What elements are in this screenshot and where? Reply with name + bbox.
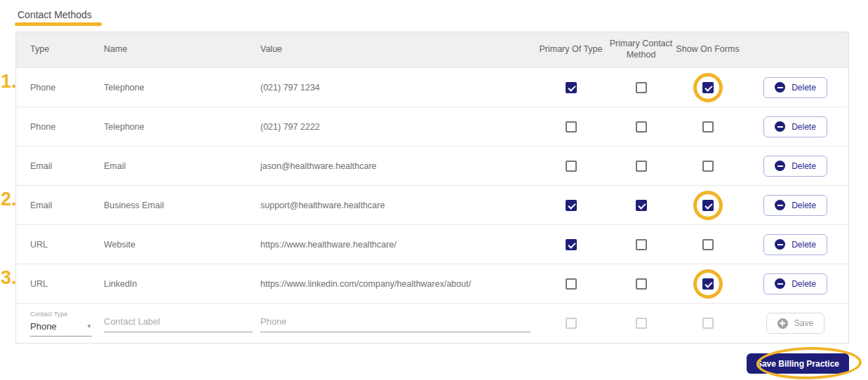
show-on-forms-checkbox[interactable] [702, 239, 714, 250]
new-show-on-forms-cell [674, 318, 741, 329]
show-on-forms-checkbox[interactable] [702, 82, 714, 93]
primary-of-type-checkbox[interactable] [566, 161, 577, 172]
save-cell: Save [741, 313, 850, 334]
contact-type-selected-value: Phone [30, 321, 57, 332]
value-cell: (021) 797 2222 [259, 122, 534, 132]
name-cell: Website [102, 240, 259, 250]
type-cell: Phone [16, 83, 102, 93]
delete-button[interactable]: Delete [763, 77, 827, 98]
annotation-row-number: 3. [1, 268, 17, 289]
table-row: 3. URL LinkedIn https://www.linkedin.com… [16, 264, 848, 303]
primary-contact-method-cell [608, 200, 674, 211]
save-button[interactable]: Save [766, 313, 824, 334]
column-header-type: Type [16, 44, 102, 55]
show-on-forms-cell [674, 200, 741, 211]
new-primary-contact-method-cell [608, 318, 674, 329]
primary-of-type-checkbox[interactable] [566, 318, 577, 329]
show-on-forms-cell [674, 278, 741, 290]
show-on-forms-checkbox[interactable] [702, 278, 714, 290]
delete-cell: Delete [741, 195, 850, 216]
contact-type-field: Contact Type Phone ▼ [16, 311, 102, 337]
name-cell: Business Email [102, 201, 259, 210]
primary-contact-method-checkbox[interactable] [636, 200, 647, 211]
primary-contact-method-checkbox[interactable] [636, 161, 647, 172]
primary-contact-method-cell [608, 278, 674, 290]
contact-type-label: Contact Type [30, 311, 102, 318]
type-cell: Email [16, 161, 102, 171]
primary-of-type-cell [534, 161, 608, 172]
show-on-forms-checkbox[interactable] [702, 161, 714, 172]
page-title: Contact Methods [18, 9, 92, 20]
primary-contact-method-checkbox[interactable] [636, 82, 647, 93]
minus-circle-icon [775, 161, 785, 171]
column-header-name: Name [102, 44, 259, 55]
name-cell: LinkedIn [102, 279, 259, 289]
column-header-primary-of-type: Primary Of Type [534, 44, 608, 55]
primary-of-type-cell [534, 278, 608, 290]
delete-button[interactable]: Delete [763, 195, 827, 216]
minus-circle-icon [775, 200, 785, 210]
value-cell: https://www.linkedin.com/company/healthw… [259, 279, 534, 289]
value-cell: jason@healthware.healthcare [259, 161, 534, 171]
minus-circle-icon [775, 82, 785, 93]
value-cell: (021) 797 1234 [259, 83, 534, 93]
delete-button[interactable]: Delete [763, 273, 827, 294]
name-cell: Telephone [102, 83, 259, 93]
show-on-forms-cell [674, 121, 741, 133]
annotation-row-number: 1. [1, 72, 17, 93]
contact-label-input[interactable] [104, 316, 253, 332]
table-row: Phone Telephone (021) 797 2222 Delete [16, 107, 848, 146]
contact-methods-page: Contact Methods Type Name Value Primary … [0, 0, 868, 380]
delete-button-label: Delete [792, 201, 816, 210]
contact-value-input[interactable] [260, 316, 530, 332]
save-billing-practice-button[interactable]: Save Billing Practice [747, 353, 849, 374]
delete-button[interactable]: Delete [763, 116, 827, 137]
primary-of-type-checkbox[interactable] [566, 121, 577, 133]
value-cell: support@healthware.healthcare [259, 201, 534, 210]
contact-label-cell [102, 315, 259, 332]
save-button-label: Save [794, 318, 813, 328]
delete-button-label: Delete [792, 83, 816, 93]
column-header-value: Value [259, 44, 534, 55]
primary-contact-method-cell [608, 82, 674, 93]
delete-button-label: Delete [792, 122, 816, 132]
primary-contact-method-checkbox[interactable] [636, 121, 647, 133]
contact-type-select[interactable]: Phone ▼ [30, 321, 92, 337]
primary-contact-method-checkbox[interactable] [636, 278, 647, 290]
show-on-forms-cell [674, 82, 741, 93]
name-cell: Email [102, 161, 259, 171]
primary-contact-method-checkbox[interactable] [636, 318, 647, 329]
contact-value-cell [259, 315, 534, 332]
table-body: 1. Phone Telephone (021) 797 1234 Delete… [16, 67, 848, 303]
minus-circle-icon [775, 278, 785, 289]
primary-of-type-checkbox[interactable] [566, 239, 577, 250]
delete-button-label: Delete [792, 161, 816, 171]
delete-button[interactable]: Delete [763, 234, 827, 255]
dropdown-arrow-icon: ▼ [86, 323, 92, 330]
delete-cell: Delete [741, 116, 850, 137]
table-row: Email Email jason@healthware.healthcare … [16, 146, 848, 185]
name-cell: Telephone [102, 122, 259, 132]
new-primary-of-type-cell [534, 318, 608, 329]
minus-circle-icon [775, 239, 785, 250]
primary-of-type-checkbox[interactable] [566, 82, 577, 93]
delete-cell: Delete [741, 273, 850, 294]
delete-button-label: Delete [792, 240, 816, 250]
column-header-show-on-forms: Show On Forms [674, 44, 741, 55]
show-on-forms-checkbox[interactable] [702, 121, 714, 133]
primary-of-type-checkbox[interactable] [566, 278, 577, 290]
primary-contact-method-cell [608, 121, 674, 133]
delete-cell: Delete [741, 234, 850, 255]
minus-circle-icon [775, 121, 785, 132]
primary-contact-method-checkbox[interactable] [636, 239, 647, 250]
delete-button[interactable]: Delete [763, 156, 827, 177]
show-on-forms-checkbox[interactable] [702, 200, 714, 211]
show-on-forms-checkbox[interactable] [702, 318, 714, 329]
delete-cell: Delete [741, 77, 850, 98]
delete-button-label: Delete [792, 279, 816, 289]
primary-of-type-checkbox[interactable] [566, 200, 577, 211]
primary-contact-method-cell [608, 161, 674, 172]
contact-methods-table: Type Name Value Primary Of Type Primary … [15, 32, 849, 344]
table-row: 1. Phone Telephone (021) 797 1234 Delete [16, 67, 848, 107]
value-cell: https://www.healthware.healthcare/ [259, 240, 534, 250]
